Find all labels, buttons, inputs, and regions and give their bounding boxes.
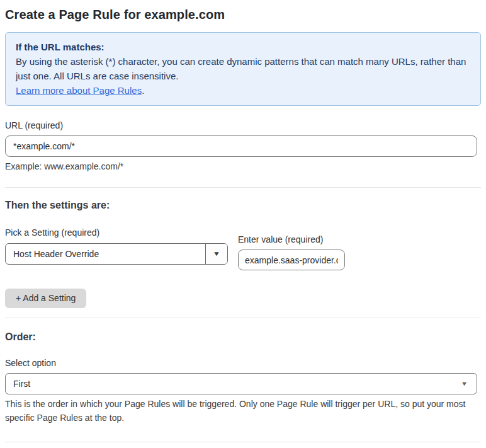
order-section-heading: Order:	[5, 331, 481, 343]
enter-value-field: Enter value (required)	[238, 234, 345, 270]
info-box-heading: If the URL matches:	[16, 40, 470, 54]
url-section: URL (required) Example: www.example.com/…	[5, 120, 481, 171]
divider	[5, 187, 481, 188]
url-example-text: Example: www.example.com/*	[5, 161, 481, 171]
setting-select-value: Host Header Override	[6, 249, 205, 259]
order-select-value: First	[6, 379, 463, 389]
enter-value-label: Enter value (required)	[238, 234, 345, 244]
setting-select[interactable]: Host Header Override ▼	[5, 243, 228, 265]
pick-setting-label: Pick a Setting (required)	[5, 227, 228, 238]
page-title: Create a Page Rule for example.com	[5, 8, 481, 22]
divider	[5, 318, 481, 318]
order-help-text: This is the order in which your Page Rul…	[5, 397, 474, 425]
link-period: .	[142, 85, 144, 96]
learn-more-link[interactable]: Learn more about Page Rules	[16, 85, 142, 96]
settings-section-heading: Then the settings are:	[5, 200, 481, 211]
order-select-label: Select option	[5, 358, 481, 368]
divider	[5, 442, 481, 442]
chevron-down-icon: ▼	[213, 251, 220, 257]
settings-row: Pick a Setting (required) Host Header Ov…	[5, 227, 481, 270]
order-select[interactable]: First ▼	[5, 373, 477, 394]
setting-value-input[interactable]	[238, 250, 345, 270]
pick-setting-field: Pick a Setting (required) Host Header Ov…	[5, 227, 228, 265]
chevron-down-icon: ▼	[461, 381, 478, 387]
url-match-info-box: If the URL matches: By using the asteris…	[5, 32, 481, 106]
url-label: URL (required)	[5, 120, 481, 130]
info-link-line: Learn more about Page Rules.	[16, 83, 470, 98]
info-box-body: By using the asterisk (*) character, you…	[16, 54, 470, 83]
add-setting-button[interactable]: + Add a Setting	[5, 289, 86, 308]
setting-select-arrow-button[interactable]: ▼	[205, 244, 227, 264]
url-input[interactable]	[5, 135, 477, 157]
create-page-rule-form: Create a Page Rule for example.com If th…	[0, 0, 486, 448]
